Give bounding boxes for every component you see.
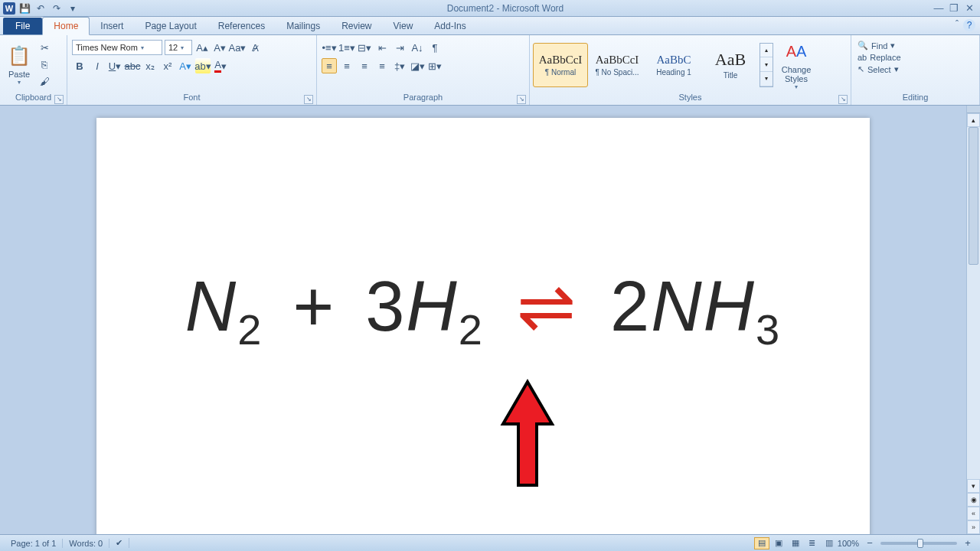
change-styles-button[interactable]: AA Change Styles ▾ — [775, 38, 818, 92]
zoom-slider[interactable] — [880, 542, 957, 545]
view-web-layout-icon[interactable]: ▦ — [788, 537, 803, 549]
document-area[interactable]: N2 + 3H2 ⇌ 2NH3 — [0, 106, 966, 534]
zoom-in-button[interactable]: + — [960, 536, 975, 551]
scroll-up-icon[interactable]: ▴ — [967, 113, 980, 127]
window-close-icon[interactable]: ✕ — [962, 2, 977, 14]
paste-icon: 📋 — [7, 44, 31, 68]
strikethrough-button[interactable]: abc — [125, 58, 140, 73]
tab-review[interactable]: Review — [331, 18, 382, 34]
cut-button[interactable]: ✂ — [37, 41, 52, 56]
ribbon-minimize-icon[interactable]: ˆ — [956, 19, 959, 31]
tab-view[interactable]: View — [383, 18, 424, 34]
group-editing-label: Editing — [903, 93, 929, 102]
bullets-button[interactable]: •≡▾ — [322, 40, 337, 55]
find-button[interactable]: 🔍Find ▾ — [856, 40, 897, 51]
qat-redo-icon[interactable]: ↷ — [50, 2, 64, 15]
subscript-button[interactable]: x₂ — [142, 58, 158, 73]
ribbon-tabs: File Home Insert Page Layout References … — [0, 17, 980, 35]
window-minimize-icon[interactable]: ― — [931, 2, 946, 14]
align-center-button[interactable]: ≡ — [339, 58, 354, 73]
tab-page-layout[interactable]: Page Layout — [134, 18, 207, 34]
group-clipboard-label: Clipboard — [15, 93, 51, 102]
prev-page-icon[interactable]: « — [967, 507, 980, 520]
group-paragraph: •≡▾ 1≡▾ ⊟▾ ⇤ ⇥ A↓ ¶ ≡ ≡ ≡ ≡ ‡▾ ◪▾ ⊞▾ Par… — [317, 35, 530, 105]
view-full-screen-icon[interactable]: ▣ — [771, 537, 786, 549]
tab-insert[interactable]: Insert — [90, 18, 134, 34]
font-name-selector[interactable]: Times New Rom▾ — [72, 40, 162, 55]
tab-home[interactable]: Home — [42, 17, 90, 35]
qat-save-icon[interactable]: 💾 — [18, 2, 31, 15]
copy-button[interactable]: ⎘ — [37, 57, 52, 73]
bold-button[interactable]: B — [72, 58, 87, 73]
view-draft-icon[interactable]: ▥ — [822, 537, 837, 549]
style-title[interactable]: AaBTitle — [703, 43, 758, 87]
decrease-indent-button[interactable]: ⇤ — [374, 40, 390, 55]
scroll-down-icon[interactable]: ▾ — [967, 479, 980, 493]
clipboard-dialog-launcher[interactable]: ↘ — [54, 95, 64, 104]
styles-expand-icon[interactable]: ▾ — [760, 72, 773, 86]
shrink-font-button[interactable]: A▾ — [212, 40, 227, 55]
superscript-button[interactable]: x² — [160, 58, 175, 73]
browse-object-icon[interactable]: ◉ — [967, 493, 980, 507]
tab-add-ins[interactable]: Add-Ins — [423, 18, 476, 34]
workspace: N2 + 3H2 ⇌ 2NH3 ▴ ▾ ◉ « » — [0, 106, 980, 534]
title-bar: W 💾 ↶ ↷ ▾ Document2 - Microsoft Word ― ❐… — [0, 0, 980, 17]
font-dialog-launcher[interactable]: ↘ — [304, 95, 313, 104]
multilevel-list-button[interactable]: ⊟▾ — [357, 40, 372, 55]
group-clipboard: 📋 Paste ▾ ✂ ⎘ 🖌 Clipboard↘ — [0, 35, 67, 105]
line-spacing-button[interactable]: ‡▾ — [392, 58, 407, 73]
next-page-icon[interactable]: » — [967, 520, 980, 534]
window-restore-icon[interactable]: ❐ — [946, 2, 962, 14]
tab-references[interactable]: References — [207, 18, 276, 34]
clear-formatting-button[interactable]: A̷ — [247, 40, 263, 55]
change-case-button[interactable]: Aa▾ — [230, 40, 245, 55]
styles-scroll-up-icon[interactable]: ▴ — [760, 44, 773, 58]
split-grip[interactable] — [967, 106, 980, 113]
replace-button[interactable]: abReplace — [856, 52, 903, 63]
style-no-spacing[interactable]: AaBbCcI¶ No Spaci... — [590, 43, 645, 87]
status-page[interactable]: Page: 1 of 1 — [5, 539, 63, 548]
italic-button[interactable]: I — [90, 58, 105, 73]
underline-button[interactable]: U▾ — [107, 58, 122, 73]
scroll-thumb[interactable] — [969, 127, 978, 265]
paste-button[interactable]: 📋 Paste ▾ — [3, 38, 35, 92]
qat-customize-icon[interactable]: ▾ — [66, 2, 80, 15]
view-print-layout-icon[interactable]: ▤ — [754, 537, 769, 549]
style-normal[interactable]: AaBbCcI¶ Normal — [533, 43, 588, 87]
font-color-button[interactable]: A▾ — [213, 58, 228, 73]
tab-mailings[interactable]: Mailings — [276, 18, 331, 34]
paragraph-dialog-launcher[interactable]: ↘ — [517, 95, 526, 104]
borders-button[interactable]: ⊞▾ — [427, 58, 443, 73]
zoom-out-button[interactable]: − — [862, 536, 877, 551]
show-marks-button[interactable]: ¶ — [427, 40, 443, 55]
equation-content[interactable]: N2 + 3H2 ⇌ 2NH3 — [127, 164, 839, 351]
word-app-icon[interactable]: W — [3, 2, 15, 15]
style-heading-1[interactable]: AaBbCHeading 1 — [646, 43, 701, 87]
highlight-button[interactable]: ab▾ — [195, 58, 211, 73]
styles-dialog-launcher[interactable]: ↘ — [838, 95, 848, 104]
align-left-button[interactable]: ≡ — [322, 58, 337, 73]
sort-button[interactable]: A↓ — [410, 40, 425, 55]
select-button[interactable]: ↖Select ▾ — [856, 64, 900, 75]
numbering-button[interactable]: 1≡▾ — [339, 40, 354, 55]
format-painter-button[interactable]: 🖌 — [37, 74, 52, 90]
zoom-level[interactable]: 100% — [838, 539, 859, 548]
align-right-button[interactable]: ≡ — [357, 58, 372, 73]
document-page[interactable]: N2 + 3H2 ⇌ 2NH3 — [96, 118, 870, 534]
increase-indent-button[interactable]: ⇥ — [392, 40, 407, 55]
zoom-slider-thumb[interactable] — [917, 539, 923, 548]
qat-undo-icon[interactable]: ↶ — [34, 2, 47, 15]
font-size-selector[interactable]: 12▾ — [165, 40, 192, 55]
text-effects-button[interactable]: A▾ — [178, 58, 193, 73]
help-icon[interactable]: ? — [963, 19, 975, 31]
vertical-scrollbar[interactable]: ▴ ▾ ◉ « » — [966, 106, 980, 534]
styles-scroll-down-icon[interactable]: ▾ — [760, 57, 773, 72]
justify-button[interactable]: ≡ — [374, 58, 390, 73]
tab-file[interactable]: File — [3, 18, 42, 34]
view-outline-icon[interactable]: ≣ — [805, 537, 820, 549]
status-proofing-icon[interactable]: ✔ — [109, 538, 129, 548]
grow-font-button[interactable]: A▴ — [194, 40, 210, 55]
shading-button[interactable]: ◪▾ — [410, 58, 425, 73]
styles-scroll[interactable]: ▴▾▾ — [760, 43, 773, 87]
status-words[interactable]: Words: 0 — [63, 539, 109, 548]
